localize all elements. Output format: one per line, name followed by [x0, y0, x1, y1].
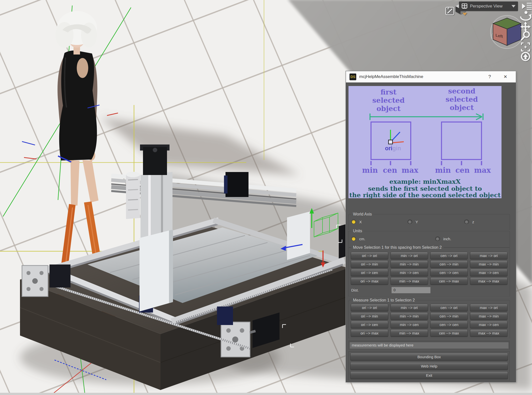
- help-illustration: first selected object second selected ob…: [348, 86, 502, 198]
- view-selector-label: Perspective View: [470, 4, 509, 9]
- dialog-titlebar[interactable]: DS mcjHelpMeAssembleThisMachine ? ✕: [346, 71, 516, 82]
- measure-selection-group: Measure Selection 1 to Selection 2 ori -…: [348, 300, 510, 338]
- radio-axis-x-label: X: [359, 220, 362, 224]
- move-min-max-button[interactable]: min --> max: [390, 278, 428, 285]
- measure-cen-min-button[interactable]: cen --> min: [430, 312, 468, 320]
- home-icon[interactable]: [522, 52, 530, 60]
- app-window: Left: [0, 0, 532, 395]
- move-ori-min-button[interactable]: ori --> min: [351, 260, 388, 268]
- measure-ori-cen-button[interactable]: ori --> cen: [351, 321, 388, 328]
- move-min-min-button[interactable]: min --> min: [390, 260, 428, 268]
- dist-input[interactable]: 0: [392, 287, 430, 293]
- move-ori-ori-button[interactable]: ori --> ori: [351, 252, 388, 259]
- measurements-frame: measurements will be displayed here: [348, 341, 510, 350]
- move-max-cen-button[interactable]: max --> cen: [470, 269, 508, 276]
- bounding-box-button[interactable]: Bounding Box: [350, 353, 508, 360]
- exit-button[interactable]: Exit: [350, 372, 508, 379]
- radio-axis-y-label: Y: [416, 220, 418, 224]
- measure-max-cen-button[interactable]: max --> cen: [470, 321, 508, 328]
- move-ori-cen-button[interactable]: ori --> cen: [351, 269, 388, 276]
- dialog-body: first selected object second selected ob…: [346, 82, 516, 382]
- dress-keyhole: [77, 58, 88, 78]
- measure-ori-max-button[interactable]: ori --> max: [351, 330, 388, 337]
- help-button[interactable]: ?: [488, 74, 491, 80]
- example-line: the right side of the second selected ob…: [348, 192, 502, 199]
- radio-units-cm-label: cm.: [359, 237, 365, 241]
- move-max-ori-button[interactable]: max --> ori: [470, 252, 508, 259]
- example-line: example: minXmaxX: [348, 178, 502, 185]
- origin-label: origin: [385, 145, 401, 152]
- move-min-cen-button[interactable]: min --> cen: [390, 269, 428, 276]
- move-cen-min-button[interactable]: cen --> min: [430, 260, 468, 268]
- aux-viewport-icon[interactable]: [446, 7, 454, 15]
- max-label: max: [474, 166, 491, 174]
- move-max-min-button[interactable]: max --> min: [470, 260, 508, 268]
- measure-cen-max-button[interactable]: cen --> max: [430, 330, 468, 337]
- move-min-ori-button[interactable]: min --> ori: [390, 252, 428, 259]
- chevron-down-icon[interactable]: [512, 5, 516, 8]
- measure-selection-group-label: Measure Selection 1 to Selection 2: [351, 298, 416, 302]
- radio-units-cm[interactable]: [351, 236, 356, 241]
- radio-units-inch[interactable]: [435, 236, 440, 241]
- move-cen-cen-button[interactable]: cen --> cen: [430, 269, 468, 276]
- measure-max-ori-button[interactable]: max --> ori: [470, 304, 508, 311]
- radio-axis-z-label: z: [472, 220, 474, 224]
- close-button[interactable]: ✕: [504, 74, 507, 80]
- measure-ori-ori-button[interactable]: ori --> ori: [351, 304, 388, 311]
- window-pane-icon: [462, 4, 468, 9]
- move-selection-group-label: Move Selection 1 for this spacing from S…: [351, 245, 444, 250]
- assemble-machine-dialog: DS mcjHelpMeAssembleThisMachine ? ✕ firs…: [346, 71, 516, 382]
- move-selection-group: Move Selection 1 for this spacing from S…: [348, 248, 510, 297]
- bottom-divider: [0, 393, 532, 395]
- measure-max-min-button[interactable]: max --> min: [470, 312, 508, 320]
- measure-cen-cen-button[interactable]: cen --> cen: [430, 321, 468, 328]
- web-help-button[interactable]: Web Help: [350, 362, 508, 370]
- move-button-grid: ori --> ori min --> ori cen --> ori max …: [351, 252, 508, 285]
- radio-units-inch-label: inch.: [443, 237, 451, 241]
- dialog-title: mcjHelpMeAssembleThisMachine: [359, 74, 485, 79]
- actions-frame: Bounding Box Web Help Exit: [348, 351, 510, 381]
- measure-button-grid: ori --> ori min --> ori cen --> ori max …: [351, 304, 508, 337]
- view-selector[interactable]: Perspective View: [459, 2, 518, 11]
- dist-label: Dist.: [351, 288, 392, 292]
- measure-min-ori-button[interactable]: min --> ori: [390, 304, 428, 311]
- world-axis-group: World Axis X Y z: [348, 214, 510, 230]
- cen-label: cen: [455, 166, 470, 174]
- measure-min-max-button[interactable]: min --> max: [390, 330, 428, 337]
- measure-min-min-button[interactable]: min --> min: [390, 312, 428, 320]
- max-label: max: [402, 166, 418, 174]
- measure-cen-ori-button[interactable]: cen --> ori: [430, 304, 468, 311]
- radio-axis-x[interactable]: [351, 220, 356, 224]
- move-cen-max-button[interactable]: cen --> max: [430, 278, 468, 285]
- min-label: min: [362, 166, 378, 174]
- daz-studio-icon: DS: [350, 74, 356, 80]
- min-label: min: [435, 166, 451, 174]
- example-line: sends the first selected object to: [348, 185, 502, 192]
- move-ori-max-button[interactable]: ori --> max: [351, 278, 388, 285]
- units-group-label: Units: [351, 229, 364, 233]
- world-axis-group-label: World Axis: [351, 212, 374, 216]
- cen-label: cen: [383, 166, 397, 174]
- measurements-output[interactable]: measurements will be displayed here: [350, 342, 509, 349]
- measure-ori-min-button[interactable]: ori --> min: [351, 312, 388, 320]
- radio-axis-y[interactable]: [408, 220, 412, 224]
- radio-axis-z[interactable]: [464, 220, 469, 224]
- measure-min-cen-button[interactable]: min --> cen: [390, 321, 428, 328]
- move-cen-ori-button[interactable]: cen --> ori: [430, 252, 468, 259]
- measure-max-max-button[interactable]: max --> max: [470, 330, 508, 337]
- move-max-max-button[interactable]: max --> max: [470, 278, 508, 285]
